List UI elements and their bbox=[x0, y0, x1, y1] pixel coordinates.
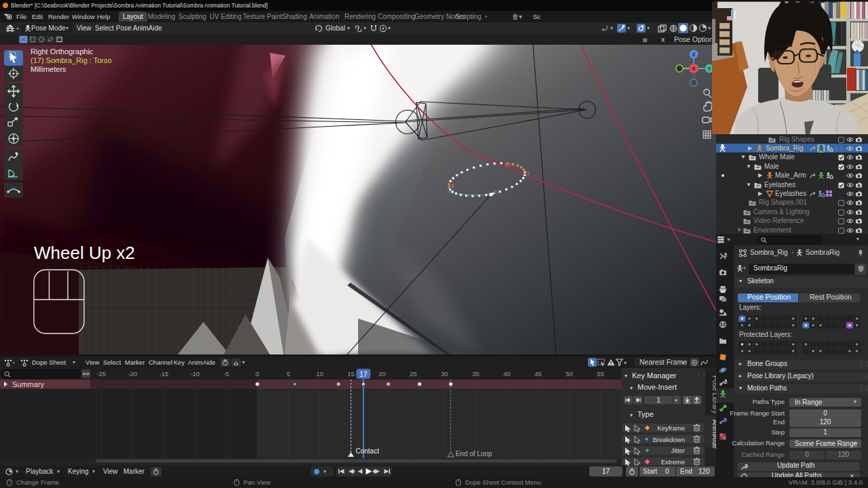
svg-text:-20: -20 bbox=[128, 370, 138, 378]
svg-text:-5: -5 bbox=[223, 370, 229, 378]
svg-text:0: 0 bbox=[256, 370, 259, 378]
svg-text:Wheel Up x2: Wheel Up x2 bbox=[34, 243, 135, 263]
svg-text:40: 40 bbox=[503, 370, 511, 378]
svg-text:▾: ▾ bbox=[630, 412, 633, 418]
svg-text:25: 25 bbox=[410, 370, 417, 378]
svg-text:x: x bbox=[661, 35, 665, 43]
svg-text:21: 21 bbox=[524, 170, 530, 176]
svg-text:-25: -25 bbox=[97, 370, 106, 378]
svg-text:Right Orthographic: Right Orthographic bbox=[31, 47, 94, 56]
svg-text:X: X bbox=[692, 66, 696, 72]
svg-text:Extreme: Extreme bbox=[661, 458, 685, 466]
svg-text:Breakdown: Breakdown bbox=[652, 436, 685, 443]
svg-text:Summary: Summary bbox=[12, 380, 45, 388]
svg-text:▾: ▾ bbox=[625, 373, 627, 379]
svg-text:50: 50 bbox=[566, 370, 573, 378]
svg-text:Millimeters: Millimeters bbox=[31, 65, 66, 73]
svg-text:17: 17 bbox=[359, 371, 368, 378]
svg-text:AnimAide: AnimAide bbox=[711, 420, 716, 449]
svg-text:5: 5 bbox=[287, 370, 290, 378]
svg-text:Key Manager: Key Manager bbox=[632, 371, 677, 380]
svg-text:Z: Z bbox=[692, 52, 696, 58]
svg-text:Pose Library: Pose Library bbox=[711, 375, 716, 413]
svg-text:Type: Type bbox=[637, 410, 654, 418]
svg-text:13: 13 bbox=[448, 183, 454, 189]
svg-text:End of Loop: End of Loop bbox=[456, 450, 492, 458]
svg-text:17: 17 bbox=[494, 189, 500, 195]
svg-text:Jitter: Jitter bbox=[671, 447, 685, 454]
svg-text:Contact: Contact bbox=[356, 447, 380, 455]
svg-text:⋮⋮: ⋮⋮ bbox=[696, 372, 707, 378]
svg-text:15: 15 bbox=[347, 370, 355, 378]
svg-text:20: 20 bbox=[378, 370, 386, 378]
svg-text:55: 55 bbox=[597, 370, 604, 378]
svg-text:▾: ▾ bbox=[630, 385, 633, 391]
svg-text:45: 45 bbox=[534, 370, 542, 378]
svg-text:▾: ▾ bbox=[675, 398, 677, 403]
svg-text:10: 10 bbox=[316, 370, 323, 378]
svg-text:Move-Insert: Move-Insert bbox=[637, 383, 677, 391]
svg-text:Keyframe: Keyframe bbox=[657, 424, 685, 432]
svg-text:30: 30 bbox=[441, 370, 448, 378]
svg-text:1: 1 bbox=[656, 396, 660, 404]
svg-text:35: 35 bbox=[472, 370, 479, 378]
svg-text:-15: -15 bbox=[159, 370, 169, 378]
svg-text:Y: Y bbox=[707, 66, 711, 72]
svg-text:⧈: ⧈ bbox=[643, 35, 648, 43]
svg-text:23: 23 bbox=[505, 162, 511, 168]
svg-text:Pose Options: Pose Options bbox=[674, 35, 717, 43]
svg-text:-10: -10 bbox=[191, 370, 200, 378]
svg-text:(17) Sombra_Rig : Torso: (17) Sombra_Rig : Torso bbox=[31, 56, 112, 64]
